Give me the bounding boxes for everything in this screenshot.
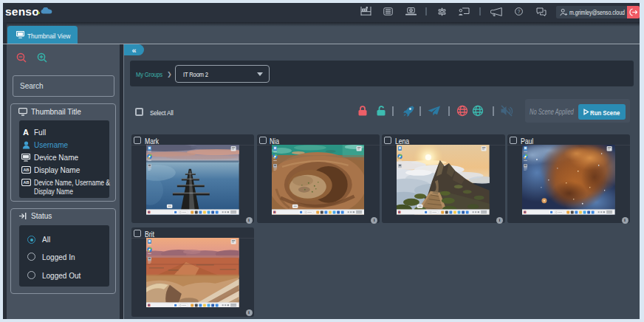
svg-text:?: ? <box>518 9 521 14</box>
svg-text:AB: AB <box>24 180 30 185</box>
svg-text:AB: AB <box>24 168 30 172</box>
